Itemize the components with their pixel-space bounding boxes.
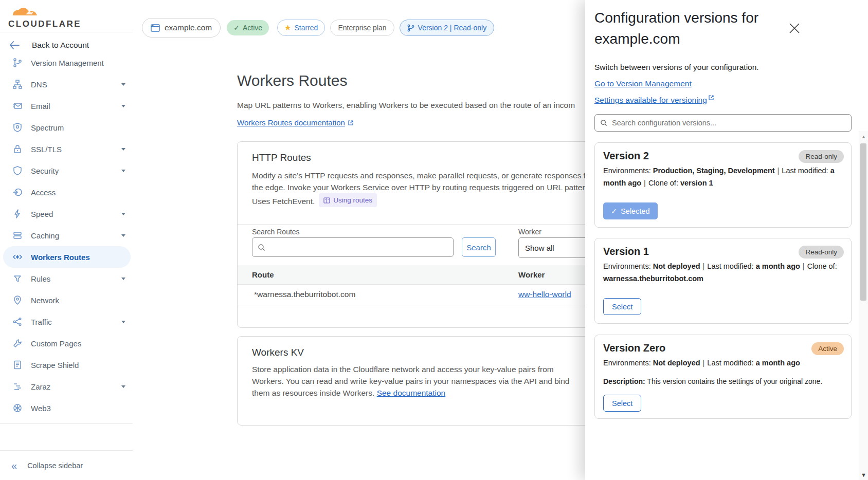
search-icon: [258, 244, 265, 251]
sidebar-item-label: Access: [31, 188, 56, 197]
sidebar-item-email[interactable]: Email: [0, 95, 133, 117]
search-routes-label: Search Routes: [252, 228, 300, 236]
back-to-account-label: Back to Account: [32, 41, 89, 50]
sidebar-item-label: Scrape Shield: [31, 361, 79, 370]
search-routes-field[interactable]: [268, 243, 453, 252]
settings-versioning-link[interactable]: Settings available for versioning: [594, 96, 714, 105]
version-meta: Environments: Not deployed|Last modified…: [603, 260, 841, 285]
worker-link[interactable]: ww-hello-world: [518, 290, 571, 299]
sidebar-item-scrape-shield[interactable]: Scrape Shield: [0, 354, 133, 376]
version-name: Version Zero: [603, 342, 665, 354]
selected-button[interactable]: ✓ Selected: [603, 202, 658, 219]
readonly-badge: Read-only: [799, 150, 844, 163]
sidebar-item-caching[interactable]: Caching: [0, 225, 133, 246]
version-meta: Environments: Not deployed|Last modified…: [603, 357, 841, 369]
sidebar-item-spectrum[interactable]: Spectrum: [0, 117, 133, 138]
route-column-header: Route: [252, 270, 274, 279]
sidebar-item-label: Workers Routes: [31, 253, 90, 262]
scrollbar-thumb[interactable]: [860, 143, 866, 301]
select-button[interactable]: Select: [603, 395, 641, 412]
spectrum-icon: [12, 122, 23, 133]
sidebar-item-web3[interactable]: Web3: [0, 397, 133, 419]
sidebar-item-custom-pages[interactable]: Custom Pages: [0, 333, 133, 354]
worker-filter-value: Show all: [525, 244, 554, 252]
collapse-icon: «: [11, 460, 17, 471]
sidebar-item-label: Web3: [31, 404, 51, 413]
svg-text:CLOUDFLARE: CLOUDFLARE: [8, 19, 81, 29]
sidebar-item-label: Speed: [31, 210, 53, 218]
sidebar-item-version-management[interactable]: Version Management: [0, 58, 133, 73]
back-to-account[interactable]: Back to Account: [0, 32, 133, 58]
collapse-sidebar-button[interactable]: « Collapse sidebar: [0, 450, 133, 480]
domain-name: example.com: [165, 23, 212, 32]
page-subtitle: Map URL patterns to Workers, enabling Wo…: [237, 101, 575, 110]
sidebar-item-dns[interactable]: DNS: [0, 73, 133, 95]
configuration-versions-panel: Configuration versions for example.com S…: [585, 0, 868, 480]
close-icon[interactable]: [788, 22, 801, 35]
sidebar-item-label: Spectrum: [31, 123, 64, 132]
filter-icon: [12, 273, 23, 284]
domain-selector[interactable]: example.com: [142, 18, 221, 38]
go-to-version-management-link[interactable]: Go to Version Management: [594, 79, 692, 88]
scroll-down-icon[interactable]: ▼: [859, 472, 868, 478]
sidebar-item-zaraz[interactable]: Zaraz: [0, 376, 133, 397]
sidebar-item-access[interactable]: Access: [0, 181, 133, 203]
version-badge-label: Version 2 | Read-only: [418, 24, 487, 32]
wrench-icon: [12, 338, 23, 348]
readonly-badge: Read-only: [799, 246, 844, 259]
sidebar-item-ssl-tls[interactable]: SSL/TLS: [0, 138, 133, 160]
sidebar: CLOUDFLARE Back to Account Version Manag…: [0, 0, 133, 480]
chevron-down-icon: [121, 83, 125, 86]
search-button[interactable]: Search: [462, 237, 496, 257]
active-label: Active: [243, 24, 262, 32]
select-button[interactable]: Select: [603, 298, 641, 315]
version-name: Version 1: [603, 246, 649, 257]
version-management-icon: [12, 58, 23, 68]
browser-window-icon: [151, 24, 160, 32]
lock-icon: [12, 144, 23, 154]
plan-badge: Enterprise plan: [330, 20, 394, 36]
sidebar-item-workers-routes[interactable]: Workers Routes: [3, 246, 131, 268]
sidebar-divider: [0, 423, 133, 424]
sidebar-item-rules[interactable]: Rules: [0, 268, 133, 289]
dns-icon: [12, 79, 23, 89]
version-badge-button[interactable]: Version 2 | Read-only: [400, 20, 495, 36]
worker-column-header: Worker: [518, 270, 545, 279]
using-routes-badge[interactable]: Using routes: [319, 193, 377, 207]
workers-kv-title: Workers KV: [252, 347, 304, 358]
sidebar-nav: Version Management DNS Email Spectrum SS…: [0, 58, 133, 423]
sidebar-item-label: SSL/TLS: [31, 145, 62, 154]
chevron-down-icon: [121, 148, 125, 151]
sidebar-item-label: Rules: [31, 274, 50, 283]
workers-routes-doc-link[interactable]: Workers Routes documentation: [237, 118, 354, 127]
shield-icon: [12, 165, 23, 176]
scroll-up-icon[interactable]: ▲: [859, 134, 868, 139]
back-arrow-icon: [9, 41, 20, 49]
active-status-badge: ✓ Active: [227, 20, 269, 35]
chevron-down-icon: [121, 105, 125, 107]
star-icon: ★: [284, 23, 291, 32]
sidebar-item-traffic[interactable]: Traffic: [0, 311, 133, 333]
starred-toggle[interactable]: ★ Starred: [277, 20, 325, 36]
external-link-icon: [348, 120, 354, 126]
version-description: Description: This version contains the s…: [603, 377, 822, 385]
search-routes-input[interactable]: [252, 237, 454, 257]
panel-title: Configuration versions for example.com: [594, 7, 816, 49]
sidebar-item-security[interactable]: Security: [0, 160, 133, 181]
sidebar-item-speed[interactable]: Speed: [0, 203, 133, 225]
plan-label: Enterprise plan: [338, 24, 386, 32]
search-versions-input[interactable]: [594, 114, 852, 132]
collapse-sidebar-label: Collapse sidebar: [27, 461, 83, 470]
active-badge: Active: [811, 342, 844, 355]
see-documentation-link[interactable]: See documentation: [377, 389, 446, 397]
sidebar-item-label: Traffic: [31, 318, 52, 326]
http-routes-description-text: Modify a site’s HTTP requests and respon…: [252, 171, 600, 206]
sidebar-item-network[interactable]: Network: [0, 289, 133, 311]
cloud-icon: [13, 8, 37, 15]
page-title: Workers Routes: [237, 72, 348, 89]
panel-scrollbar[interactable]: ▲ ▼: [859, 131, 868, 480]
search-versions-field[interactable]: [611, 118, 851, 127]
sidebar-item-label: Version Management: [31, 59, 104, 67]
email-icon: [12, 101, 23, 111]
sidebar-item-label: Caching: [31, 231, 59, 240]
